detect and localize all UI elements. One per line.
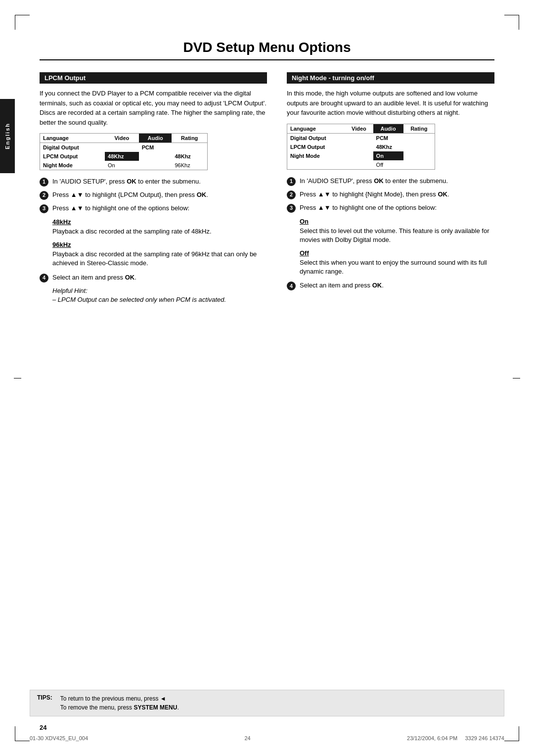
lpcm-steps: 1 In 'AUDIO SETUP', press OK to enter th… (40, 177, 267, 213)
footer-date: 23/12/2004, 6:04 PM (407, 735, 457, 741)
main-content: LPCM Output If you connect the DVD Playe… (40, 72, 494, 304)
nm-step-num-3: 3 (287, 204, 296, 213)
nm-step-num-4: 4 (287, 282, 296, 290)
footer-phone: 3329 246 14374 (465, 735, 504, 741)
48khz-title: 48kHz (52, 218, 267, 226)
lpcm-step-1: 1 In 'AUDIO SETUP', press OK to enter th… (40, 177, 267, 187)
nm-cell-lpcm: LPCM Output (287, 142, 345, 151)
nm-cell-empty (287, 160, 345, 169)
on-title: On (300, 218, 494, 225)
nm-cell-v1 (345, 133, 373, 142)
lpcm-step-3-text: Press ▲▼ to highlight one of the options… (52, 204, 189, 213)
nm-step-num-2: 2 (287, 190, 296, 199)
nm-table-row-3: Night Mode On (287, 151, 435, 160)
nm-on-option: On Select this to level out the volume. … (300, 218, 494, 244)
cell-on: On (105, 161, 139, 170)
nm-cell-pcm: PCM (373, 133, 403, 142)
th-language: Language (40, 134, 105, 143)
nm-cell-v2 (345, 142, 373, 151)
page-number: 24 (40, 724, 46, 731)
footer-doc-ref: 01-30 XDV425_EU_004 (30, 735, 88, 741)
off-title: Off (300, 249, 494, 257)
step-num-1: 1 (40, 178, 48, 187)
lpcm-step-2: 2 Press ▲▼ to highlight {LPCM Output}, t… (40, 190, 267, 200)
lpcm-step-4: 4 Select an item and press OK. (40, 273, 267, 283)
nm-table-row-4: Off (287, 160, 435, 169)
nm-step-4-text: Select an item and press OK. (300, 281, 384, 290)
cell-96khz: 96Khz (172, 161, 207, 170)
footer-page-mid: 24 (244, 735, 250, 741)
nm-step-1-text: In 'AUDIO SETUP', press OK to enter the … (300, 177, 448, 186)
nm-table-row-1: Digital Output PCM (287, 133, 435, 142)
nm-th-rating: Rating (403, 124, 435, 134)
nm-table-row-2: LPCM Output 48Khz (287, 142, 435, 151)
tips-line2: To remove the menu, press SYSTEM MENU. (60, 703, 179, 712)
lpcm-48khz-option: 48kHz Playback a disc recorded at the sa… (52, 218, 267, 236)
lpcm-step-1-text: In 'AUDIO SETUP', press OK to enter the … (52, 177, 201, 186)
night-mode-section: Night Mode - turning on/off In this mode… (287, 72, 494, 304)
nm-cell-v4 (345, 160, 373, 169)
nm-th-language: Language (287, 124, 345, 134)
nm-step-1: 1 In 'AUDIO SETUP', press OK to enter th… (287, 177, 494, 186)
step-num-4: 4 (40, 274, 48, 283)
lpcm-step-4-text: Select an item and press OK. (52, 273, 136, 282)
cell-lpcm-output: LPCM Output (40, 152, 105, 161)
night-mode-intro: In this mode, the high volume outputs ar… (287, 89, 494, 118)
nm-cell-r2 (403, 142, 435, 151)
off-text: Select this when you want to enjoy the s… (300, 258, 494, 276)
lpcm-intro: If you connect the DVD Player to a PCM c… (40, 89, 267, 127)
tips-bar: TIPS: To return to the previous menu, pr… (30, 690, 504, 716)
nm-cell-r1 (403, 133, 435, 142)
nm-step-2: 2 Press ▲▼ to highlight {Night Mode}, th… (287, 190, 494, 199)
nm-cell-r3 (403, 151, 435, 160)
nm-step-num-1: 1 (287, 177, 296, 186)
footer-bottom: 01-30 XDV425_EU_004 24 23/12/2004, 6:04 … (30, 735, 504, 741)
th-rating: Rating (172, 134, 207, 143)
nm-th-audio: Audio (373, 124, 403, 134)
cell-r1 (172, 143, 207, 152)
hint-text: – LPCM Output can be selected only when … (52, 295, 267, 304)
nm-cell-digital: Digital Output (287, 133, 345, 142)
nm-cell-on-active: On (373, 151, 403, 160)
nm-step-3-text: Press ▲▼ to highlight one of the options… (300, 203, 437, 212)
lpcm-step-3: 3 Press ▲▼ to highlight one of the optio… (40, 204, 267, 213)
night-mode-steps: 1 In 'AUDIO SETUP', press OK to enter th… (287, 177, 494, 213)
night-mode-menu-table: Language Video Audio Rating Digital Outp… (287, 124, 435, 170)
lpcm-table-row-3: Night Mode On 96Khz (40, 161, 207, 170)
footer-date-phone: 23/12/2004, 6:04 PM 3329 246 14374 (407, 735, 504, 741)
cell-48khz-v: 48Khz (105, 152, 139, 161)
lpcm-header: LPCM Output (40, 72, 267, 84)
lpcm-table-row-1: Digital Output PCM (40, 143, 207, 152)
step-num-2: 2 (40, 191, 48, 200)
nm-cell-48khz: 48Khz (373, 142, 403, 151)
lpcm-section: LPCM Output If you connect the DVD Playe… (40, 72, 267, 304)
step-num-3: 3 (40, 204, 48, 213)
th-audio-lpcm: Audio (139, 134, 172, 143)
cell-v1 (105, 143, 139, 152)
nm-th-video: Video (345, 124, 373, 134)
helpful-hint: Helpful Hint: – LPCM Output can be selec… (52, 286, 267, 304)
lpcm-step-2-text: Press ▲▼ to highlight {LPCM Output}, the… (52, 190, 208, 199)
cell-empty-a2 (139, 152, 172, 161)
nm-cell-v3 (345, 151, 373, 160)
tips-content: To return to the previous menu, press ◄ … (60, 694, 179, 712)
title-divider (40, 59, 494, 60)
tips-line1: To return to the previous menu, press ◄ (60, 694, 179, 703)
page-title: DVD Setup Menu Options (40, 40, 494, 55)
nm-step-4: 4 Select an item and press OK. (287, 281, 494, 290)
nm-cell-r4 (403, 160, 435, 169)
lpcm-96khz-option: 96kHz Playback a disc recorded at the sa… (52, 241, 267, 268)
hint-title: Helpful Hint: (52, 286, 267, 295)
tips-label: TIPS: (37, 694, 52, 701)
48khz-text: Playback a disc recorded at the sampling… (52, 227, 267, 236)
nm-step-2-text: Press ▲▼ to highlight {Night Mode}, then… (300, 190, 449, 199)
lpcm-table-row-2: LPCM Output 48Khz 48Khz (40, 152, 207, 161)
96khz-text: Playback a disc recorded at the sampling… (52, 250, 267, 268)
nm-step-3: 3 Press ▲▼ to highlight one of the optio… (287, 203, 494, 213)
night-mode-header: Night Mode - turning on/off (287, 72, 494, 84)
96khz-title: 96kHz (52, 241, 267, 248)
th-video: Video (105, 134, 139, 143)
cell-48khz-r: 48Khz (172, 152, 207, 161)
nm-cell-off: Off (373, 160, 403, 169)
nm-cell-night: Night Mode (287, 151, 345, 160)
